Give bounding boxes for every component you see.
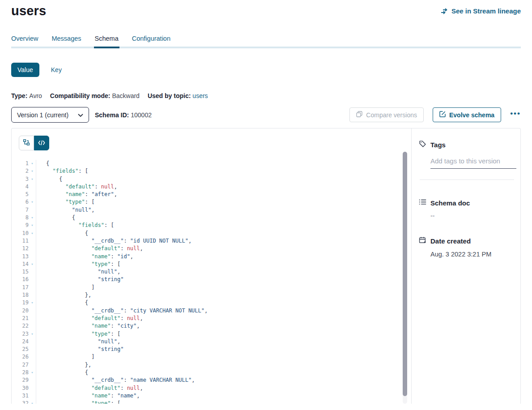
fold-gutter [29, 307, 36, 315]
code-line: 16"string" [12, 276, 411, 283]
fold-caret-icon[interactable]: ▾ [29, 167, 36, 175]
fold-gutter [29, 206, 36, 214]
evolve-schema-label: Evolve schema [449, 111, 494, 119]
code-line: 21"default": null, [12, 315, 411, 322]
list-icon [419, 199, 426, 207]
tab-schema[interactable]: Schema [95, 35, 119, 48]
more-options-button[interactable]: ••• [510, 110, 521, 120]
code-text: "string" [36, 346, 123, 353]
tab-messages[interactable]: Messages [51, 35, 81, 48]
add-tags-input[interactable] [430, 155, 516, 169]
used-by-topic-field: Used by topic:users [148, 92, 208, 99]
tags-title: Tags [430, 141, 446, 149]
code-line: 20"__crdb__": "city VARCHAR NOT NULL", [12, 307, 411, 315]
tab-configuration[interactable]: Configuration [132, 35, 170, 48]
compatibility-label: Compatibility mode: [50, 92, 111, 99]
code-line: 22"name": "city", [12, 322, 411, 330]
stream-lineage-icon [441, 8, 448, 14]
tab-overview[interactable]: Overview [11, 35, 38, 48]
page-title: users [11, 4, 46, 18]
date-created-section: Date created Aug. 3 2022 3:21 PM [419, 236, 514, 258]
code-text: "type": [ [36, 261, 120, 268]
line-number: 11 [12, 237, 29, 245]
fold-caret-icon[interactable]: ▾ [29, 261, 36, 268]
schema-id-field: Schema ID:100002 [95, 111, 152, 119]
code-line: 3▾{ [12, 175, 411, 183]
code-text: "__crdb__": "city VARCHAR NOT NULL", [36, 307, 208, 315]
tag-icon [419, 140, 426, 149]
code-line: 13"name": "id", [12, 253, 411, 261]
fold-caret-icon[interactable]: ▾ [29, 222, 36, 229]
type-label: Type: [11, 92, 27, 99]
code-text: "name": "id", [36, 253, 133, 261]
code-line: 26] [12, 353, 411, 361]
fold-gutter [29, 338, 36, 346]
code-view-button[interactable] [34, 136, 49, 150]
fold-gutter [29, 291, 36, 299]
version-select-value: Version 1 (current) [17, 111, 68, 119]
code-line: 31"name": "name", [12, 392, 411, 400]
fold-caret-icon[interactable]: ▾ [29, 230, 36, 237]
line-number: 2 [12, 167, 29, 175]
schema-doc-value: -- [430, 212, 514, 219]
fold-gutter [29, 253, 36, 261]
fold-caret-icon[interactable]: ▾ [29, 400, 36, 404]
see-in-stream-lineage-link[interactable]: See in Stream lineage [441, 7, 521, 15]
topic-link[interactable]: users [192, 92, 208, 99]
code-line: 10▾{ [12, 230, 411, 237]
schema-id-label: Schema ID: [95, 111, 129, 119]
line-number: 25 [12, 346, 29, 353]
fold-gutter [29, 191, 36, 198]
line-number: 1 [12, 160, 29, 167]
scrollbar-thumb[interactable] [403, 152, 407, 396]
version-bar: Version 1 (current) Schema ID:100002 Com… [11, 107, 521, 123]
code-text: { [36, 160, 49, 167]
code-text: "__crdb__": "name VARCHAR NULL", [36, 376, 195, 384]
code-line: 32▾"type": [ [12, 400, 411, 404]
code-line: 25"string" [12, 346, 411, 353]
fold-gutter [29, 361, 36, 369]
code-text: "name": "city", [36, 322, 140, 330]
code-lines: 1▾{2▾"fields": [3▾{4"default": null,5"na… [12, 160, 411, 404]
evolve-schema-button[interactable]: Evolve schema [433, 107, 501, 122]
code-text: { [36, 175, 62, 183]
compare-versions-label: Compare versions [366, 111, 417, 119]
code-line: 9▾"fields": [ [12, 222, 411, 229]
code-view-icon [38, 139, 45, 147]
line-number: 20 [12, 307, 29, 315]
fold-gutter [29, 376, 36, 384]
code-text: "null", [36, 338, 120, 346]
code-text: "fields": [ [36, 167, 88, 175]
code-text: "__crdb__": "id UUID NOT NULL", [36, 237, 192, 245]
fold-caret-icon[interactable]: ▾ [29, 175, 36, 183]
code-line: 19▾{ [12, 299, 411, 307]
compare-versions-button[interactable]: Compare versions [349, 107, 424, 122]
schema-id-value: 100002 [131, 111, 152, 119]
used-by-topic-label: Used by topic: [148, 92, 191, 99]
date-created-title: Date created [430, 237, 471, 245]
fold-caret-icon[interactable]: ▾ [29, 299, 36, 307]
fold-caret-icon[interactable]: ▾ [29, 330, 36, 338]
fold-caret-icon[interactable]: ▾ [29, 198, 36, 206]
code-text: "name": "name", [36, 392, 140, 400]
code-line: 30"default": null, [12, 384, 411, 392]
copy-icon [356, 111, 362, 119]
editor-toolbar [12, 128, 411, 150]
code-text: "null", [36, 268, 120, 276]
fold-caret-icon[interactable]: ▾ [29, 369, 36, 376]
line-number: 5 [12, 191, 29, 198]
code-line: 5"name": "after", [12, 191, 411, 198]
value-tab-button[interactable]: Value [11, 63, 39, 77]
fold-caret-icon[interactable]: ▾ [29, 214, 36, 222]
fold-caret-icon[interactable]: ▾ [29, 160, 36, 167]
fold-gutter [29, 268, 36, 276]
key-tab-link[interactable]: Key [51, 66, 62, 73]
code-text: { [36, 369, 88, 376]
fold-gutter [29, 276, 36, 283]
code-text: "fields": [ [36, 222, 114, 229]
line-number: 23 [12, 330, 29, 338]
schema-panel: 1▾{2▾"fields": [3▾{4"default": null,5"na… [11, 128, 521, 404]
version-select[interactable]: Version 1 (current) [11, 107, 89, 123]
tree-view-button[interactable] [19, 136, 34, 150]
schema-doc-title: Schema doc [430, 199, 470, 207]
